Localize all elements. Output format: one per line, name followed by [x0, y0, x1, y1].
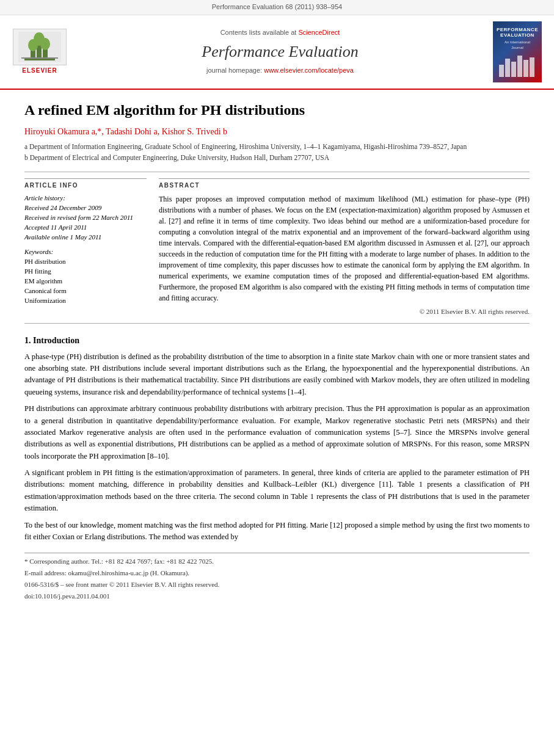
available-date: Available online 1 May 2011 [24, 233, 147, 242]
cover-title: PERFORMANCEEVALUATION [497, 27, 538, 38]
article-title: A refined EM algorithm for PH distributi… [24, 101, 530, 120]
keywords-label: Keywords: [24, 247, 147, 257]
received-date: Received 24 December 2009 [24, 203, 147, 213]
elsevier-text: ELSEVIER [22, 67, 57, 76]
keyword-4: Canonical form [24, 286, 147, 296]
intro-paragraph-4: To the best of our knowledge, moment mat… [24, 520, 530, 543]
svg-rect-8 [21, 57, 58, 59]
svg-rect-11 [511, 62, 516, 77]
keyword-2: PH fitting [24, 267, 147, 277]
divider-2 [24, 323, 530, 324]
doi-note: doi:10.1016/j.peva.2011.04.001 [24, 592, 530, 602]
svg-rect-14 [530, 57, 534, 77]
journal-homepage: journal homepage: www.elsevier.com/locat… [77, 66, 483, 76]
journal-title: Performance Evaluation [77, 40, 483, 64]
intro-paragraph-1: A phase-type (PH) distribution is define… [24, 351, 530, 399]
keywords-section: Keywords: PH distribution PH fitting EM … [24, 247, 147, 306]
affiliation-a: a Department of Information Engineering,… [24, 142, 530, 152]
intro-paragraph-3: A significant problem in PH fitting is t… [24, 467, 530, 515]
cover-subtitle: An InternationalJournal [505, 40, 530, 50]
journal-citation-bar: Performance Evaluation 68 (2011) 938–954 [0, 0, 554, 15]
section-1-heading: 1. Introduction [24, 335, 530, 347]
info-abstract-section: ARTICLE INFO Article history: Received 2… [24, 178, 530, 317]
section-1-label: 1. Introduction [24, 336, 79, 345]
revised-date: Received in revised form 22 March 2011 [24, 213, 147, 223]
affiliations: a Department of Information Engineering,… [24, 142, 530, 163]
svg-point-6 [40, 38, 50, 50]
svg-rect-9 [499, 65, 504, 77]
divider [24, 172, 530, 172]
sciencedirect-link[interactable]: ScienceDirect [298, 29, 340, 36]
keyword-5: Uniformization [24, 296, 147, 306]
corresponding-author-note: * Corresponding author. Tel.: +81 82 424… [24, 557, 530, 567]
journal-header: ELSEVIER Contents lists available at Sci… [0, 15, 554, 90]
sciencedirect-label: Contents lists available at ScienceDirec… [77, 28, 483, 38]
abstract-label: ABSTRACT [159, 178, 530, 191]
svg-rect-12 [517, 56, 522, 77]
main-content: A refined EM algorithm for PH distributi… [0, 90, 554, 616]
authors-line: Hiroyuki Okamura a,*, Tadashi Dohi a, Ki… [24, 126, 530, 138]
intro-paragraph-2: PH distributions can approximate arbitra… [24, 403, 530, 462]
history-label: Article history: [24, 194, 147, 203]
abstract-text: This paper proposes an improved computat… [159, 194, 530, 303]
accepted-date: Accepted 11 April 2011 [24, 223, 147, 233]
svg-rect-10 [505, 59, 510, 77]
article-info-label: ARTICLE INFO [24, 178, 147, 191]
svg-rect-7 [24, 59, 55, 60]
authors-text: Hiroyuki Okamura a,*, Tadashi Dohi a, Ki… [24, 127, 227, 136]
journal-cover-image: PERFORMANCEEVALUATION An InternationalJo… [493, 21, 542, 82]
journal-citation-text: Performance Evaluation 68 (2011) 938–954 [212, 3, 342, 10]
svg-rect-1 [31, 50, 35, 59]
article-info-column: ARTICLE INFO Article history: Received 2… [24, 178, 147, 317]
affiliation-b: b Department of Electrical and Computer … [24, 153, 530, 163]
journal-url[interactable]: www.elsevier.com/locate/peva [264, 67, 354, 74]
elsevier-logo-image [13, 29, 67, 65]
keyword-1: PH distribution [24, 257, 147, 267]
svg-rect-3 [43, 49, 48, 59]
elsevier-logo: ELSEVIER [12, 29, 67, 76]
svg-rect-13 [523, 60, 528, 77]
footnotes-section: * Corresponding author. Tel.: +81 82 424… [24, 553, 530, 602]
issn-note: 0166-5316/$ – see front matter © 2011 El… [24, 580, 530, 590]
email-note: E-mail address: okamu@rel.hiroshima-u.ac… [24, 569, 530, 578]
journal-header-center: Contents lists available at ScienceDirec… [77, 28, 483, 76]
abstract-column: ABSTRACT This paper proposes an improved… [159, 178, 530, 317]
copyright: © 2011 Elsevier B.V. All rights reserved… [159, 307, 530, 317]
article-history: Article history: Received 24 December 20… [24, 194, 147, 242]
keyword-3: EM algorithm [24, 277, 147, 286]
